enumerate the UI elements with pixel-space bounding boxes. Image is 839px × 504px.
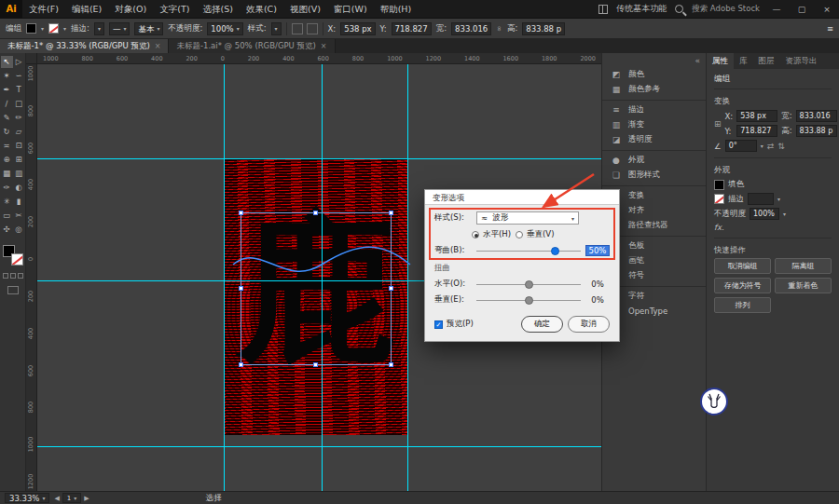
fx-button[interactable]: fx. <box>714 223 724 232</box>
pencil-tool[interactable]: ✏ <box>13 112 25 124</box>
menu-window[interactable]: 窗口(W) <box>327 0 374 19</box>
mesh-tool[interactable]: ▦ <box>1 168 13 180</box>
tab-untitled-1[interactable]: 未标题-1* @ 33.33% (RGB/GPU 预览) × <box>0 39 169 53</box>
type-tool[interactable]: T <box>13 84 25 96</box>
style-dropdown[interactable]: ▾ <box>271 22 282 35</box>
minimize-button[interactable]: — <box>768 5 785 14</box>
fill-color-swatch[interactable] <box>26 23 36 34</box>
tab-libraries[interactable]: 库 <box>734 53 753 69</box>
flip-vertical-icon[interactable]: ⇅ <box>777 142 785 151</box>
variable-width-profile-dropdown[interactable]: —▾ <box>109 22 131 35</box>
panel-transparency[interactable]: ◪ 透明度 <box>602 132 706 147</box>
workspace-icon[interactable] <box>598 5 608 14</box>
y-field[interactable]: 718.827 p <box>736 125 777 137</box>
pen-tool[interactable]: ✒ <box>1 84 13 96</box>
rectangle-tool[interactable]: □ <box>13 98 25 110</box>
vertical-radio[interactable]: 垂直(V) <box>516 229 554 240</box>
stroke-weight-field[interactable] <box>748 193 774 205</box>
zoom-tool[interactable]: ◎ <box>13 224 25 236</box>
height-field[interactable]: 833.88 p <box>796 125 837 137</box>
draw-behind-mode[interactable] <box>10 273 16 279</box>
handle-bottom-right[interactable] <box>389 362 393 367</box>
rotate-tool[interactable]: ↻ <box>1 126 13 138</box>
handle-bottom-left[interactable] <box>239 362 243 367</box>
save-as-symbol-button[interactable]: 存储为符号 <box>714 278 771 293</box>
handle-top-center[interactable] <box>313 211 318 215</box>
w-field[interactable]: 833.016 <box>451 22 491 35</box>
angle-caret-icon[interactable]: ▾ <box>761 143 763 149</box>
menu-type[interactable]: 文字(T) <box>153 0 196 19</box>
flip-horizontal-icon[interactable]: ⇄ <box>767 142 775 151</box>
menu-help[interactable]: 帮助(H) <box>374 0 419 19</box>
guide-vertical-1[interactable] <box>224 64 225 491</box>
bend-value-field[interactable]: 50% <box>585 245 610 256</box>
x-field[interactable]: 538 px <box>340 22 375 35</box>
search-icon[interactable] <box>675 5 683 13</box>
preferences-icon[interactable] <box>307 23 318 34</box>
close-button[interactable]: × <box>818 5 835 14</box>
rotate-field[interactable]: 0° <box>725 140 757 152</box>
link-dimensions-icon[interactable]: ∞ <box>495 25 503 32</box>
menu-select[interactable]: 选择(S) <box>196 0 239 19</box>
handle-middle-right[interactable] <box>389 286 393 291</box>
column-graph-tool[interactable]: ▮ <box>13 196 25 208</box>
bend-slider[interactable] <box>476 246 581 256</box>
artboard-number-dropdown[interactable]: 1▾ <box>62 493 81 503</box>
panel-color-guide[interactable]: ▦ 颜色参考 <box>602 82 706 97</box>
distort-vertical-slider[interactable] <box>476 295 581 306</box>
width-field[interactable]: 833.016 <box>796 110 837 122</box>
ungroup-button[interactable]: 取消编组 <box>714 258 771 274</box>
zoom-level-dropdown[interactable]: 33.33%▾ <box>5 493 49 503</box>
direct-selection-tool[interactable]: ▷ <box>13 56 25 68</box>
maximize-button[interactable]: ▢ <box>793 5 810 14</box>
menu-view[interactable]: 视图(V) <box>283 0 327 19</box>
symbol-sprayer-tool[interactable]: ✳ <box>1 196 13 208</box>
gradient-tool[interactable]: ▥ <box>13 168 25 180</box>
y-field[interactable]: 718.827 <box>392 22 432 35</box>
arrange-button[interactable]: 排列 <box>714 297 771 313</box>
panel-color[interactable]: ◩ 颜色 <box>602 67 706 82</box>
tab-asset-export[interactable]: 资源导出 <box>780 53 823 69</box>
stroke-swatch[interactable] <box>714 194 724 204</box>
tab-properties[interactable]: 属性 <box>707 53 734 69</box>
tab-layers[interactable]: 图层 <box>753 53 780 69</box>
width-tool[interactable]: ≍ <box>1 140 13 152</box>
handle-top-left[interactable] <box>239 211 243 215</box>
ruler-origin[interactable] <box>26 53 37 64</box>
dock-collapse-icon[interactable]: « <box>602 56 706 67</box>
h-field[interactable]: 833.88 p <box>522 22 565 35</box>
artboard-tool[interactable]: ▭ <box>1 210 13 222</box>
eyedropper-tool[interactable]: ✑ <box>1 182 13 194</box>
slice-tool[interactable]: ✂ <box>13 210 25 222</box>
handle-middle-left[interactable] <box>239 286 243 291</box>
screen-mode-button[interactable] <box>7 286 19 294</box>
doc-setup-icon[interactable] <box>292 23 303 34</box>
ok-button[interactable]: 确定 <box>521 316 563 333</box>
next-artboard-icon[interactable]: ▶ <box>84 495 89 502</box>
menu-edit[interactable]: 编辑(E) <box>65 0 108 19</box>
stroke-width-dropdown[interactable]: ▾ <box>94 22 104 35</box>
opacity-caret-icon[interactable]: ▾ <box>783 211 786 217</box>
vertical-ruler[interactable]: 1000800600400200020040060080010001200 <box>26 64 37 491</box>
guide-horizontal-3[interactable] <box>37 446 601 447</box>
stroke-caret-icon[interactable]: ▾ <box>63 25 66 32</box>
stroke-weight-caret-icon[interactable]: ▾ <box>777 196 780 202</box>
panel-gradient[interactable]: ▥ 渐变 <box>602 117 706 132</box>
tab-close-icon[interactable]: × <box>155 42 161 50</box>
line-segment-tool[interactable]: ∕ <box>1 98 13 110</box>
opacity-dropdown[interactable]: 100%▾ <box>207 22 242 35</box>
magic-wand-tool[interactable]: ✶ <box>1 70 13 82</box>
horizontal-radio[interactable]: 水平(H) <box>472 229 511 240</box>
panel-stroke[interactable]: ≡ 描边 <box>602 100 706 117</box>
tab-close-icon[interactable]: × <box>321 42 327 50</box>
horizontal-ruler[interactable]: 1000800600400200020040060080010001200140… <box>37 53 601 64</box>
menu-effect[interactable]: 效果(C) <box>240 0 283 19</box>
stock-search-label[interactable]: 搜索 Adobe Stock <box>692 4 760 15</box>
distort-horizontal-slider[interactable] <box>476 279 581 290</box>
reference-point-icon[interactable]: ⊞ <box>714 119 722 129</box>
workspace-label[interactable]: 传统基本功能 <box>616 3 667 15</box>
isolate-group-button[interactable]: 隔离组 <box>775 258 832 274</box>
preview-checkbox[interactable]: ✓ 预览(P) <box>434 319 474 330</box>
x-field[interactable]: 538 px <box>736 110 777 122</box>
panel-graphic-styles[interactable]: ❏ 图形样式 <box>602 168 706 183</box>
